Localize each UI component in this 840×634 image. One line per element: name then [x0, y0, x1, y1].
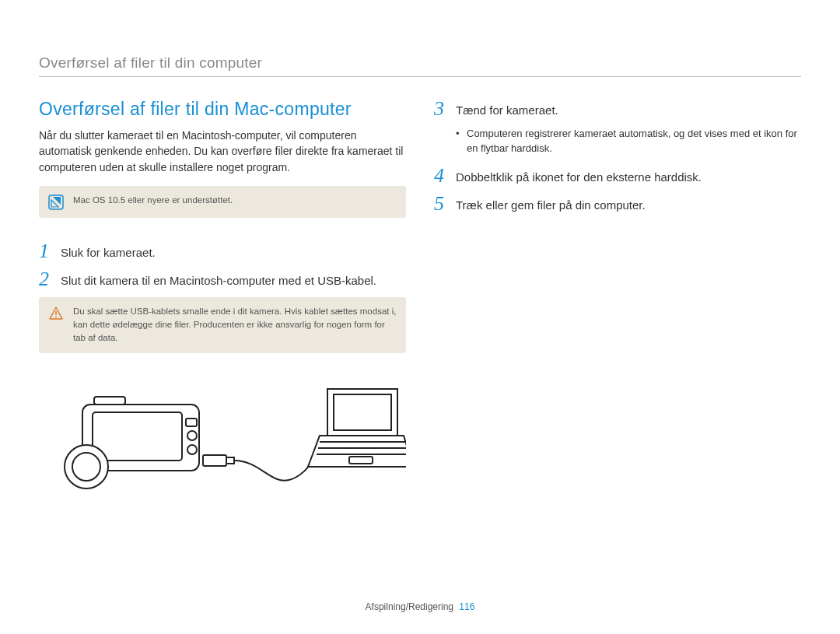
- warning-note-text: Du skal sætte USB-kablets smalle ende i …: [73, 305, 397, 345]
- step-number: 3: [434, 99, 448, 119]
- step-text: Dobbeltklik på ikonet for den eksterne h…: [456, 166, 702, 186]
- section-title: Overførsel af filer til din Mac-computer: [39, 99, 406, 120]
- svg-point-2: [55, 316, 57, 317]
- note-icon: [48, 194, 64, 210]
- left-column: Overførsel af filer til din Mac-computer…: [39, 99, 406, 506]
- svg-point-8: [187, 431, 197, 440]
- step-number: 5: [434, 194, 448, 214]
- svg-point-9: [187, 445, 197, 454]
- info-note-box: Mac OS 10.5 eller nyere er understøttet.: [39, 186, 406, 218]
- svg-rect-11: [203, 455, 226, 466]
- step-4: 4 Dobbeltklik på ikonet for den eksterne…: [434, 166, 801, 186]
- step-2: 2 Slut dit kamera til en Macintosh-compu…: [39, 269, 406, 289]
- step-number: 4: [434, 166, 448, 186]
- step-3: 3 Tænd for kameraet.: [434, 99, 801, 119]
- step-5: 5 Træk eller gem filer på din computer.: [434, 194, 801, 214]
- page-footer: Afspilning/Redigering 116: [0, 601, 840, 612]
- step-3-sub: Computeren registrerer kameraet automati…: [456, 127, 801, 156]
- intro-paragraph: Når du slutter kameraet til en Macintosh…: [39, 128, 406, 175]
- svg-rect-18: [349, 457, 373, 464]
- step-1: 1 Sluk for kameraet.: [39, 241, 406, 261]
- step-number: 1: [39, 241, 53, 261]
- svg-rect-4: [93, 412, 182, 461]
- svg-rect-7: [186, 419, 197, 426]
- right-column: 3 Tænd for kameraet. Computeren registre…: [434, 99, 801, 506]
- warning-icon: [48, 306, 64, 321]
- step-3-bullet: Computeren registrerer kameraet automati…: [456, 127, 801, 156]
- page-header: Overførsel af filer til din computer: [39, 54, 801, 77]
- info-note-text: Mac OS 10.5 eller nyere er understøttet.: [73, 194, 233, 207]
- step-text: Træk eller gem filer på din computer.: [456, 194, 646, 214]
- svg-rect-12: [226, 457, 234, 464]
- usb-connection-illustration: [39, 373, 406, 506]
- svg-rect-10: [94, 397, 125, 405]
- page-number: 116: [459, 601, 474, 612]
- content-columns: Overførsel af filer til din Mac-computer…: [39, 99, 801, 506]
- step-text: Sluk for kameraet.: [61, 241, 156, 261]
- step-text: Slut dit kamera til en Macintosh-compute…: [61, 269, 376, 289]
- svg-point-6: [72, 453, 100, 481]
- warning-note-box: Du skal sætte USB-kablets smalle ende i …: [39, 297, 406, 353]
- svg-rect-14: [334, 394, 391, 430]
- step-text: Tænd for kameraet.: [456, 99, 558, 119]
- step-number: 2: [39, 269, 53, 289]
- footer-section-label: Afspilning/Redigering: [366, 601, 453, 612]
